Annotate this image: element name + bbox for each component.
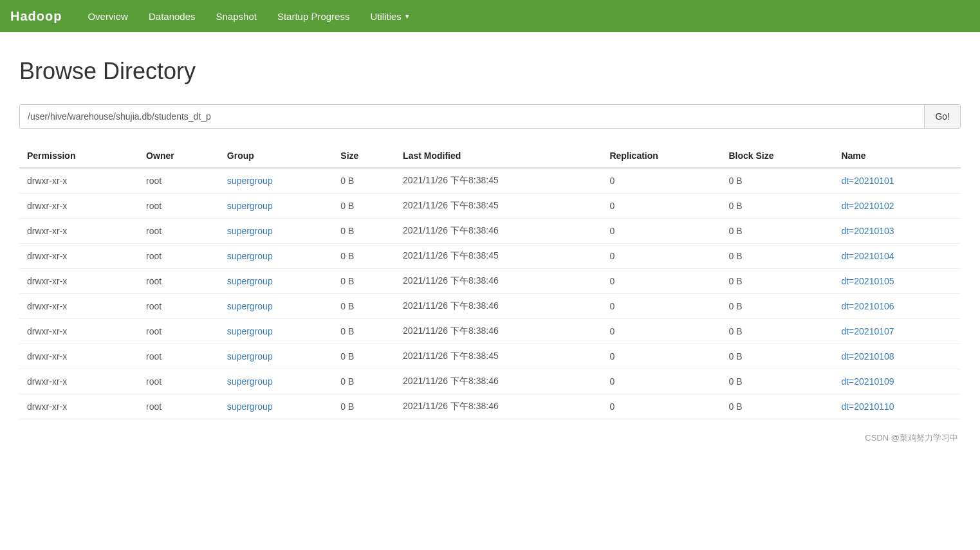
name-link-anchor[interactable]: dt=20210110	[841, 401, 894, 412]
name-link-anchor[interactable]: dt=20210108	[841, 351, 894, 362]
col-permission: Permission	[19, 144, 138, 168]
path-bar: Go!	[19, 104, 961, 129]
nav-link-snapshot[interactable]: Snapshot	[206, 0, 267, 32]
table-row: drwxr-xr-xrootsupergroup0 B2021/11/26 下午…	[19, 294, 961, 319]
cell-name[interactable]: dt=20210105	[833, 269, 961, 294]
cell-permission: drwxr-xr-x	[19, 194, 138, 219]
cell-size: 0 B	[333, 369, 395, 394]
cell-group: supergroup	[219, 244, 333, 269]
table-row: drwxr-xr-xrootsupergroup0 B2021/11/26 下午…	[19, 319, 961, 344]
cell-owner: root	[138, 219, 219, 244]
cell-name[interactable]: dt=20210106	[833, 294, 961, 319]
name-link-anchor[interactable]: dt=20210105	[841, 276, 894, 286]
cell-group: supergroup	[219, 194, 333, 219]
nav-item-utilities[interactable]: Utilities ▼	[360, 0, 420, 32]
table-row: drwxr-xr-xrootsupergroup0 B2021/11/26 下午…	[19, 269, 961, 294]
cell-name[interactable]: dt=20210104	[833, 244, 961, 269]
cell-permission: drwxr-xr-x	[19, 319, 138, 344]
cell-modified: 2021/11/26 下午8:38:46	[395, 269, 602, 294]
cell-replication: 0	[602, 394, 721, 419]
col-last-modified: Last Modified	[395, 144, 602, 168]
nav-link-startup-progress[interactable]: Startup Progress	[267, 0, 360, 32]
cell-permission: drwxr-xr-x	[19, 219, 138, 244]
cell-permission: drwxr-xr-x	[19, 244, 138, 269]
cell-block-size: 0 B	[721, 168, 833, 194]
cell-size: 0 B	[333, 344, 395, 369]
table-header: Permission Owner Group Size Last Modifie…	[19, 144, 961, 168]
cell-block-size: 0 B	[721, 244, 833, 269]
name-link-anchor[interactable]: dt=20210103	[841, 226, 894, 236]
name-link-anchor[interactable]: dt=20210107	[841, 326, 894, 336]
navbar: Hadoop Overview Datanodes Snapshot Start…	[0, 0, 980, 32]
cell-replication: 0	[602, 219, 721, 244]
col-replication: Replication	[602, 144, 721, 168]
cell-name[interactable]: dt=20210108	[833, 344, 961, 369]
cell-size: 0 B	[333, 294, 395, 319]
table-body: drwxr-xr-xrootsupergroup0 B2021/11/26 下午…	[19, 168, 961, 419]
cell-replication: 0	[602, 269, 721, 294]
cell-block-size: 0 B	[721, 219, 833, 244]
directory-table: Permission Owner Group Size Last Modifie…	[19, 144, 961, 419]
cell-size: 0 B	[333, 319, 395, 344]
cell-owner: root	[138, 369, 219, 394]
cell-replication: 0	[602, 369, 721, 394]
brand-logo[interactable]: Hadoop	[10, 9, 62, 24]
cell-owner: root	[138, 244, 219, 269]
nav-link-utilities[interactable]: Utilities ▼	[360, 0, 420, 32]
cell-replication: 0	[602, 294, 721, 319]
nav-item-overview[interactable]: Overview	[77, 0, 138, 32]
cell-modified: 2021/11/26 下午8:38:45	[395, 244, 602, 269]
cell-size: 0 B	[333, 219, 395, 244]
cell-modified: 2021/11/26 下午8:38:45	[395, 194, 602, 219]
nav-item-startup-progress[interactable]: Startup Progress	[267, 0, 360, 32]
cell-name[interactable]: dt=20210109	[833, 369, 961, 394]
cell-owner: root	[138, 319, 219, 344]
path-input[interactable]	[20, 105, 924, 128]
nav-link-datanodes[interactable]: Datanodes	[138, 0, 206, 32]
cell-permission: drwxr-xr-x	[19, 344, 138, 369]
name-link-anchor[interactable]: dt=20210101	[841, 176, 894, 186]
col-group: Group	[219, 144, 333, 168]
chevron-down-icon: ▼	[404, 13, 411, 20]
nav-item-snapshot[interactable]: Snapshot	[206, 0, 267, 32]
cell-group: supergroup	[219, 344, 333, 369]
cell-size: 0 B	[333, 394, 395, 419]
cell-owner: root	[138, 194, 219, 219]
cell-replication: 0	[602, 319, 721, 344]
nav-links: Overview Datanodes Snapshot Startup Prog…	[77, 0, 420, 32]
cell-name[interactable]: dt=20210107	[833, 319, 961, 344]
cell-replication: 0	[602, 194, 721, 219]
cell-name[interactable]: dt=20210103	[833, 219, 961, 244]
table-row: drwxr-xr-xrootsupergroup0 B2021/11/26 下午…	[19, 244, 961, 269]
footer-note: CSDN @菜鸡努力学习中	[19, 432, 961, 444]
cell-group: supergroup	[219, 394, 333, 419]
cell-replication: 0	[602, 244, 721, 269]
cell-group: supergroup	[219, 269, 333, 294]
cell-block-size: 0 B	[721, 194, 833, 219]
col-block-size: Block Size	[721, 144, 833, 168]
cell-group: supergroup	[219, 294, 333, 319]
cell-name[interactable]: dt=20210110	[833, 394, 961, 419]
page-content: Browse Directory Go! Permission Owner Gr…	[0, 32, 980, 463]
cell-size: 0 B	[333, 244, 395, 269]
cell-name[interactable]: dt=20210101	[833, 168, 961, 194]
go-button[interactable]: Go!	[924, 105, 960, 128]
cell-block-size: 0 B	[721, 294, 833, 319]
cell-size: 0 B	[333, 194, 395, 219]
cell-replication: 0	[602, 168, 721, 194]
cell-owner: root	[138, 269, 219, 294]
cell-modified: 2021/11/26 下午8:38:46	[395, 219, 602, 244]
cell-modified: 2021/11/26 下午8:38:46	[395, 319, 602, 344]
name-link-anchor[interactable]: dt=20210109	[841, 376, 894, 387]
nav-item-datanodes[interactable]: Datanodes	[138, 0, 206, 32]
cell-block-size: 0 B	[721, 319, 833, 344]
cell-owner: root	[138, 294, 219, 319]
cell-name[interactable]: dt=20210102	[833, 194, 961, 219]
cell-modified: 2021/11/26 下午8:38:45	[395, 344, 602, 369]
name-link-anchor[interactable]: dt=20210106	[841, 301, 894, 311]
nav-link-overview[interactable]: Overview	[77, 0, 138, 32]
cell-group: supergroup	[219, 168, 333, 194]
name-link-anchor[interactable]: dt=20210104	[841, 251, 894, 261]
cell-block-size: 0 B	[721, 394, 833, 419]
name-link-anchor[interactable]: dt=20210102	[841, 201, 894, 211]
